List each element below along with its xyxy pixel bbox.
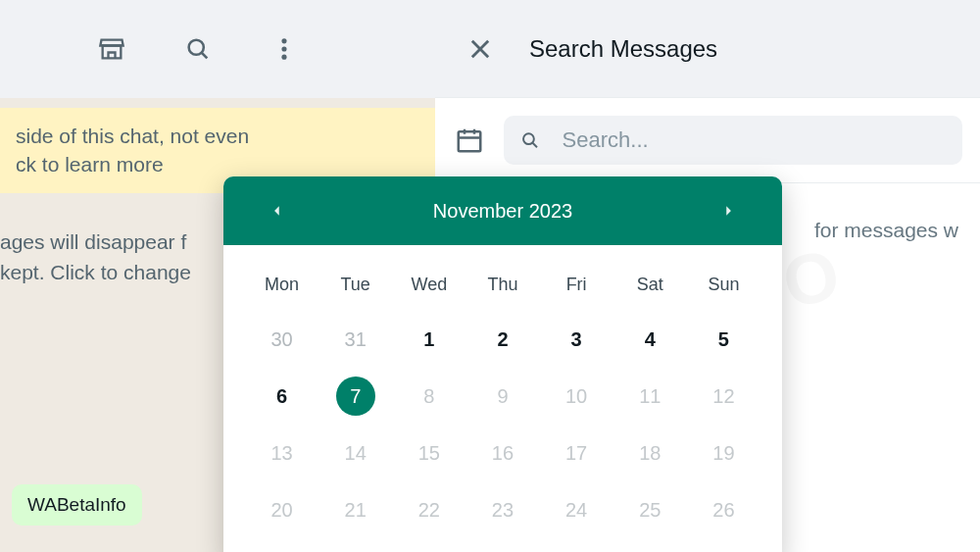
search-icon[interactable] bbox=[178, 29, 218, 69]
message-text: WABetaInfo bbox=[27, 494, 126, 515]
weekday-label: Sun bbox=[687, 265, 760, 311]
search-row bbox=[435, 98, 980, 183]
date-picker-grid: MonTueWedThuFriSatSun 303112345678910111… bbox=[223, 245, 782, 552]
calendar-day: 20 bbox=[245, 481, 318, 538]
calendar-day: 17 bbox=[540, 425, 613, 481]
calendar-day: 21 bbox=[318, 481, 392, 538]
svg-line-12 bbox=[532, 143, 536, 147]
svg-point-0 bbox=[189, 40, 204, 55]
calendar-day: 23 bbox=[466, 481, 539, 538]
svg-rect-7 bbox=[459, 131, 481, 151]
calendar-day: 9 bbox=[466, 368, 539, 425]
calendar-day: 14 bbox=[318, 425, 392, 481]
search-icon bbox=[519, 128, 541, 152]
weekday-label: Wed bbox=[392, 265, 466, 311]
calendar-day: 19 bbox=[687, 425, 760, 481]
calendar-day: 24 bbox=[540, 481, 613, 538]
menu-icon[interactable] bbox=[265, 29, 304, 69]
calendar-day[interactable]: 4 bbox=[613, 311, 687, 368]
search-input[interactable] bbox=[563, 127, 947, 153]
calendar-day: 10 bbox=[540, 368, 613, 425]
calendar-day: 22 bbox=[392, 481, 466, 538]
calendar-day[interactable]: 7 bbox=[318, 368, 392, 425]
search-input-container[interactable] bbox=[504, 116, 962, 165]
calendar-day: 11 bbox=[613, 368, 687, 425]
calendar-day: 25 bbox=[613, 481, 687, 538]
calendar-day: 13 bbox=[245, 425, 318, 481]
calendar-day: 12 bbox=[687, 368, 760, 425]
svg-point-4 bbox=[281, 55, 286, 60]
prev-month-button[interactable] bbox=[263, 196, 292, 226]
calendar-day[interactable]: 2 bbox=[466, 311, 539, 368]
svg-point-2 bbox=[281, 38, 286, 43]
calendar-icon[interactable] bbox=[453, 124, 486, 157]
chat-header bbox=[0, 0, 435, 98]
notice-line: side of this chat, not even bbox=[16, 122, 419, 150]
svg-line-1 bbox=[202, 53, 208, 59]
calendar-day[interactable]: 6 bbox=[245, 368, 318, 425]
calendar-day: 8 bbox=[392, 368, 466, 425]
notice-line: ck to learn more bbox=[16, 150, 419, 178]
weekday-label: Mon bbox=[245, 265, 318, 311]
next-month-button[interactable] bbox=[713, 196, 743, 226]
weekday-label: Tue bbox=[318, 265, 392, 311]
store-icon[interactable] bbox=[92, 29, 131, 69]
weekday-label: Thu bbox=[466, 265, 539, 311]
svg-point-11 bbox=[523, 133, 534, 144]
message-bubble[interactable]: WABetaInfo bbox=[12, 484, 142, 526]
calendar-day: 16 bbox=[466, 425, 539, 481]
close-icon[interactable] bbox=[461, 29, 500, 69]
calendar-day[interactable]: 3 bbox=[540, 311, 613, 368]
calendar-day: 26 bbox=[687, 481, 760, 538]
search-title: Search Messages bbox=[529, 35, 717, 63]
month-label: November 2023 bbox=[433, 200, 572, 223]
weekday-label: Sat bbox=[613, 265, 687, 311]
calendar-day[interactable]: 31 bbox=[318, 311, 392, 368]
svg-point-3 bbox=[281, 46, 286, 51]
calendar-day[interactable]: 1 bbox=[392, 311, 466, 368]
date-picker-header: November 2023 bbox=[223, 176, 782, 245]
calendar-day: 18 bbox=[613, 425, 687, 481]
calendar-day[interactable]: 30 bbox=[245, 311, 318, 368]
calendar-day[interactable]: 5 bbox=[687, 311, 760, 368]
search-header: Search Messages bbox=[435, 0, 980, 98]
weekday-label: Fri bbox=[540, 265, 613, 311]
calendar-day: 15 bbox=[392, 425, 466, 481]
date-picker: November 2023 MonTueWedThuFriSatSun 3031… bbox=[223, 176, 782, 552]
